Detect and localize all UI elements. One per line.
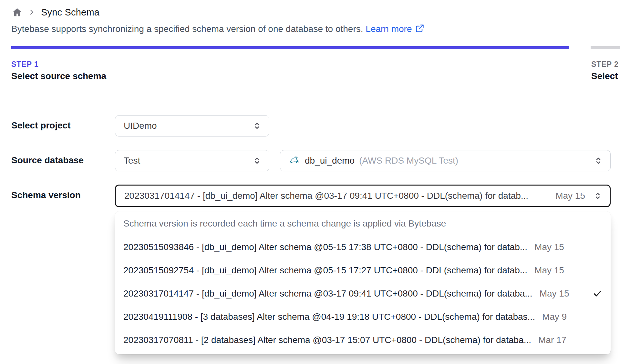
home-icon[interactable] [12,7,22,17]
check-icon [593,289,602,298]
schema-version-option[interactable]: 20230515092754 - [db_ui_demo] Alter sche… [115,259,611,282]
select-arrows-icon [253,122,261,130]
step2-progress-bar [591,46,620,49]
step2-title: Select t [591,71,620,81]
select-arrows-icon [594,192,602,200]
schema-version-select[interactable]: 20230317014147 - [db_ui_demo] Alter sche… [115,185,611,207]
database-select-value: db_ui_demo [305,156,355,166]
step1-title: Select source schema [11,71,106,81]
learn-more-link[interactable]: Learn more [366,24,424,34]
option-date: May 15 [540,288,569,299]
schema-version-option[interactable]: 20230515093846 - [db_ui_demo] Alter sche… [115,236,611,259]
project-select[interactable]: UIDemo [115,115,269,136]
step1-label: STEP 1 [11,60,39,69]
mysql-icon [289,154,300,167]
environment-select-value: Test [124,156,140,166]
breadcrumb: Sync Schema [12,6,99,19]
description-text: Bytebase supports synchronizing a specif… [11,24,363,34]
step2-label: STEP 2 [591,60,619,69]
option-date: May 15 [534,265,564,276]
dropdown-hint: Schema version is recorded each time a s… [115,211,611,236]
project-select-value: UIDemo [124,121,157,131]
schema-version-select-date: May 15 [555,191,585,201]
sync-schema-page: Sync Schema Bytebase supports synchroniz… [0,0,620,364]
database-select[interactable]: db_ui_demo (AWS RDS MySQL Test) [280,150,611,171]
schema-version-option[interactable]: 20230317070811 - [2 databases] Alter sch… [115,329,611,352]
page-description: Bytebase supports synchronizing a specif… [11,24,424,35]
select-arrows-icon [594,157,603,165]
page-title: Sync Schema [41,7,99,18]
chevron-right-icon [28,9,35,16]
step1-progress-bar [11,46,569,49]
schema-version-select-value: 20230317014147 - [db_ui_demo] Alter sche… [124,191,549,201]
select-arrows-icon [253,157,261,165]
source-database-label: Source database [11,155,84,166]
schema-version-label: Schema version [11,190,81,200]
environment-select[interactable]: Test [115,150,269,171]
option-date: May 9 [542,312,567,322]
database-select-detail: (AWS RDS MySQL Test) [359,156,458,166]
select-project-label: Select project [11,120,71,131]
external-link-icon [415,24,424,35]
schema-version-dropdown: Schema version is recorded each time a s… [115,211,611,354]
option-date: Mar 17 [538,335,566,345]
option-date: May 15 [534,242,564,252]
schema-version-option-selected[interactable]: 20230317014147 - [db_ui_demo] Alter sche… [115,282,611,305]
schema-version-option[interactable]: 20230419111908 - [3 databases] Alter sch… [115,305,611,329]
